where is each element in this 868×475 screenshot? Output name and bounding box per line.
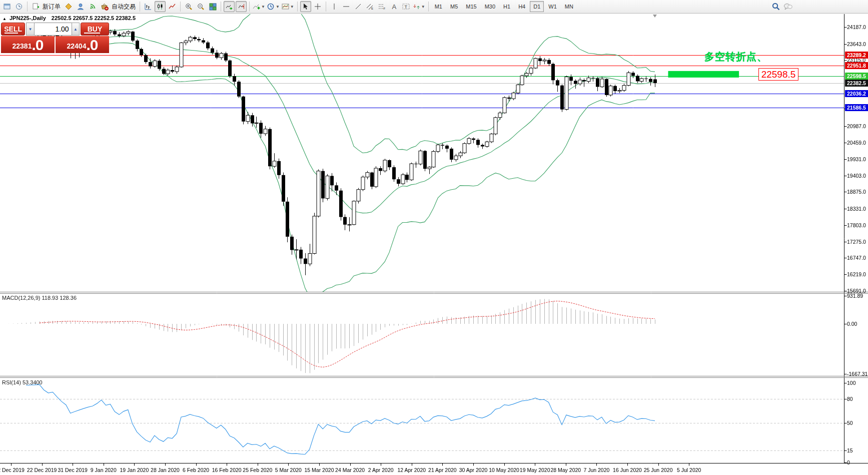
price-axis-badge: 22598.5 — [845, 73, 868, 80]
indicators-button[interactable]: ▼ — [252, 1, 266, 12]
time-axis-label: 16 Jun 2020 — [613, 467, 642, 473]
vertical-line-tool-button[interactable] — [329, 1, 340, 12]
autotrading-label[interactable]: 自动交易 — [112, 3, 136, 11]
timeframe-button-h1[interactable]: H1 — [500, 1, 514, 12]
sell-button[interactable]: SELL — [1, 23, 25, 36]
chart-shift-icon — [238, 3, 245, 10]
time-axis-label: 5 Mar 2020 — [275, 467, 302, 473]
arrows-tool-button[interactable]: ▼ — [413, 1, 426, 12]
fibonacci-tool-button[interactable]: F — [377, 1, 388, 12]
horizontal-line-tool-button[interactable] — [341, 1, 352, 12]
autotrading-icon — [101, 3, 109, 11]
price-axis-label: 20987.0 — [847, 123, 868, 129]
time-axis-label: 19 May 2020 — [520, 467, 550, 473]
volume-decrease-button[interactable]: ▼ — [26, 23, 34, 36]
timeframe-button-d1[interactable]: D1 — [530, 1, 544, 12]
timeframe-button-m15[interactable]: M15 — [462, 1, 480, 12]
community-button[interactable] — [75, 1, 86, 12]
line-chart-icon — [169, 3, 176, 10]
sell-price-display[interactable]: 22381.0 — [1, 36, 55, 53]
periods-dropdown-arrow: ▼ — [276, 5, 280, 9]
turning-point-annotation: 多空转折点、 — [704, 50, 767, 64]
buy-button[interactable]: BUY — [81, 23, 109, 36]
price-axis-label: 17275.0 — [847, 239, 868, 245]
price-axis-label: 20459.0 — [847, 140, 868, 146]
time-axis-label: 16 Feb 2020 — [212, 467, 242, 473]
time-axis-label: 25 Feb 2020 — [243, 467, 272, 473]
time-axis-label: 28 May 2020 — [550, 467, 581, 473]
templates-dropdown-arrow: ▼ — [290, 5, 294, 9]
time-axis-label: 7 Jun 2020 — [583, 467, 609, 473]
crosshair-tool-button[interactable] — [312, 1, 323, 12]
price-axis-badge: 21586.5 — [845, 104, 868, 111]
price-axis-label: 19403.0 — [847, 173, 868, 179]
templates-button[interactable]: ▼ — [281, 1, 295, 12]
terminal-button[interactable] — [2, 1, 13, 12]
time-axis-label: 30 Apr 2020 — [459, 467, 488, 473]
periods-clock-icon — [267, 3, 275, 11]
line-chart-button[interactable] — [167, 1, 178, 12]
signals-button[interactable] — [87, 1, 98, 12]
arrows-dropdown-arrow: ▼ — [421, 5, 425, 9]
timeframe-button-m5[interactable]: M5 — [447, 1, 461, 12]
macd-axis-label: -1667.31 — [847, 371, 868, 377]
time-axis-label: 21 Apr 2020 — [428, 467, 457, 473]
macd-name: MACD(12,26,9) — [2, 295, 40, 301]
buy-price-display[interactable]: 22404.0 — [56, 36, 109, 53]
templates-icon — [282, 3, 289, 10]
timeframe-button-w1[interactable]: W1 — [545, 1, 560, 12]
timeframe-button-mn[interactable]: MN — [561, 1, 577, 12]
price-axis-badge: 22036.2 — [845, 90, 868, 97]
autotrading-button[interactable] — [99, 1, 110, 12]
symbol-title: ▲ JPN225-,Daily 22502.5 22657.5 22252.5 … — [3, 15, 136, 21]
volume-input[interactable] — [35, 23, 72, 36]
search-button[interactable] — [770, 1, 781, 12]
trendline-tool-button[interactable] — [353, 1, 364, 12]
arrows-icon — [413, 4, 420, 10]
chart-canvas[interactable] — [0, 0, 868, 475]
mt4-window: { "toolbar": { "new_order_label": "新订单",… — [0, 0, 868, 475]
indicators-dropdown-arrow: ▼ — [261, 5, 265, 9]
periods-button[interactable]: ▼ — [267, 1, 280, 12]
chart-shift-button[interactable] — [236, 1, 247, 12]
metaeditor-button[interactable] — [63, 1, 74, 12]
volume-increase-button[interactable]: ▲ — [72, 23, 80, 36]
bar-chart-button[interactable] — [143, 1, 154, 12]
tile-windows-icon — [209, 3, 217, 11]
time-axis-label: 19 Jan 2020 — [120, 467, 149, 473]
terminal-icon — [4, 3, 11, 10]
timeframe-button-m1[interactable]: M1 — [431, 1, 446, 12]
candlestick-chart-button[interactable] — [155, 1, 166, 12]
rsi-value: 53.3400 — [23, 379, 43, 385]
price-axis-badge: 22951.8 — [845, 62, 868, 69]
time-axis-label: 10 May 2020 — [489, 467, 519, 473]
rsi-name: RSI(14) — [2, 379, 21, 385]
chat-button[interactable] — [782, 1, 793, 12]
text-tool-button[interactable]: A — [389, 1, 400, 12]
price-axis-badge: 23289.2 — [845, 52, 868, 59]
channel-tool-button[interactable]: E — [365, 1, 376, 12]
timeframe-button-h4[interactable]: H4 — [515, 1, 529, 12]
zoom-out-button[interactable] — [195, 1, 206, 12]
price-callout-label[interactable]: 22598.5 — [758, 68, 798, 81]
time-axis-label: 6 Feb 2020 — [183, 467, 209, 473]
buy-price-main: 22404 — [67, 40, 87, 53]
macd-axis-label: 0.00 — [847, 321, 868, 327]
text-label-tool-button[interactable]: T — [401, 1, 412, 12]
time-axis-label: 12 Apr 2020 — [397, 467, 426, 473]
new-order-label[interactable]: 新订单 — [43, 3, 61, 11]
rsi-axis-label: 80 — [847, 396, 868, 402]
auto-scroll-button[interactable] — [224, 1, 235, 12]
vertical-line-icon — [331, 3, 337, 10]
price-axis-label: 16747.0 — [847, 255, 868, 261]
new-order-button[interactable] — [30, 1, 41, 12]
zoom-in-button[interactable] — [183, 1, 194, 12]
tile-windows-button[interactable] — [207, 1, 218, 12]
time-axis-label: 5 Jul 2020 — [677, 467, 701, 473]
collapse-arrow-icon[interactable]: ▲ — [3, 17, 7, 21]
strategy-tester-button[interactable] — [14, 1, 25, 12]
timeframe-button-m30[interactable]: M30 — [481, 1, 499, 12]
cursor-tool-button[interactable] — [300, 1, 311, 12]
signals-icon — [89, 3, 96, 10]
price-axis-badge: 22382.5 — [845, 80, 868, 87]
